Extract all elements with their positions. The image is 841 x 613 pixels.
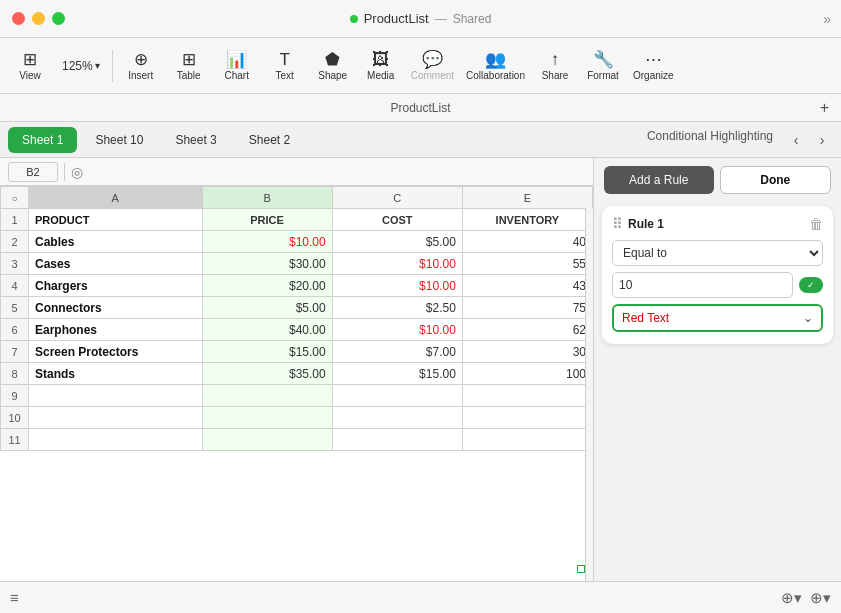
text-icon: T bbox=[280, 51, 290, 68]
toolbar-share[interactable]: ↑ Share bbox=[533, 42, 577, 90]
header-price[interactable]: PRICE bbox=[202, 209, 332, 231]
rule-condition-select[interactable]: Equal toNot equal toGreater thanLess tha… bbox=[612, 240, 823, 266]
toolbar-table[interactable]: ⊞ Table bbox=[167, 42, 211, 90]
drag-handle-icon[interactable]: ⠿ bbox=[612, 216, 622, 232]
sheet-area: B2 ◎ ○ A B C E bbox=[0, 158, 593, 581]
cell-c11[interactable] bbox=[332, 429, 462, 451]
cell-a4[interactable]: Chargers bbox=[29, 275, 203, 297]
rule-title: ⠿ Rule 1 🗑 bbox=[612, 216, 823, 232]
bottom-right-icon1[interactable]: ⊕▾ bbox=[781, 589, 802, 607]
cell-a8[interactable]: Stands bbox=[29, 363, 203, 385]
cell-e6[interactable]: 62 bbox=[462, 319, 592, 341]
cell-e8[interactable]: 100 bbox=[462, 363, 592, 385]
col-header-e[interactable]: E bbox=[462, 187, 592, 209]
toolbar-format[interactable]: 🔧 Format bbox=[581, 42, 625, 90]
cell-b7[interactable]: $15.00 bbox=[202, 341, 332, 363]
formula-bar-icon: ◎ bbox=[71, 164, 83, 180]
cell-e2[interactable]: 40 bbox=[462, 231, 592, 253]
bottom-right-icon2[interactable]: ⊕▾ bbox=[810, 589, 831, 607]
insert-icon: ⊕ bbox=[134, 51, 148, 68]
rule-delete-button[interactable]: 🗑 bbox=[809, 216, 823, 232]
toolbar-comment[interactable]: 💬 Comment bbox=[407, 42, 458, 90]
cell-c5[interactable]: $2.50 bbox=[332, 297, 462, 319]
row-num-6: 6 bbox=[1, 319, 29, 341]
cell-c4[interactable]: $10.00 bbox=[332, 275, 462, 297]
cell-a3[interactable]: Cases bbox=[29, 253, 203, 275]
cell-b3[interactable]: $30.00 bbox=[202, 253, 332, 275]
cell-a6[interactable]: Earphones bbox=[29, 319, 203, 341]
cell-c2[interactable]: $5.00 bbox=[332, 231, 462, 253]
cell-c7[interactable]: $7.00 bbox=[332, 341, 462, 363]
maximize-button[interactable] bbox=[52, 12, 65, 25]
done-button[interactable]: Done bbox=[720, 166, 832, 194]
cell-a9[interactable] bbox=[29, 385, 203, 407]
cell-a2[interactable]: Cables bbox=[29, 231, 203, 253]
toolbar-shape[interactable]: ⬟ Shape bbox=[311, 42, 355, 90]
minimize-button[interactable] bbox=[32, 12, 45, 25]
cell-a7[interactable]: Screen Protectors bbox=[29, 341, 203, 363]
resize-handle[interactable] bbox=[577, 565, 585, 573]
toolbar-organize[interactable]: ⋯ Organize bbox=[629, 42, 678, 90]
toolbar-zoom[interactable]: 125% ▾ bbox=[56, 57, 106, 75]
toolbar-collaboration[interactable]: 👥 Collaboration bbox=[462, 42, 529, 90]
cell-b10[interactable] bbox=[202, 407, 332, 429]
tab-sheet2[interactable]: Sheet 2 bbox=[235, 127, 304, 153]
col-header-a[interactable]: A bbox=[29, 187, 203, 209]
cell-b6[interactable]: $40.00 bbox=[202, 319, 332, 341]
sheet-table: ○ A B C E 1 PRODUCT PRICE COST bbox=[0, 186, 593, 451]
cell-e4[interactable]: 43 bbox=[462, 275, 592, 297]
cell-c10[interactable] bbox=[332, 407, 462, 429]
cell-b2[interactable]: $10.00 bbox=[202, 231, 332, 253]
cell-b9[interactable] bbox=[202, 385, 332, 407]
cell-b4[interactable]: $20.00 bbox=[202, 275, 332, 297]
col-header-b[interactable]: B bbox=[202, 187, 332, 209]
select-all-icon[interactable]: ○ bbox=[11, 193, 17, 204]
cell-e3[interactable]: 55 bbox=[462, 253, 592, 275]
tab-sheet1[interactable]: Sheet 1 bbox=[8, 127, 77, 153]
share-icon: ↑ bbox=[551, 51, 560, 68]
add-rule-button[interactable]: Add a Rule bbox=[604, 166, 714, 194]
cell-c3[interactable]: $10.00 bbox=[332, 253, 462, 275]
cell-e7[interactable]: 30 bbox=[462, 341, 592, 363]
cell-c9[interactable] bbox=[332, 385, 462, 407]
close-button[interactable] bbox=[12, 12, 25, 25]
tab-prev-button[interactable]: ‹ bbox=[785, 129, 807, 151]
add-sheet-button[interactable]: + bbox=[820, 99, 829, 117]
row-num-9: 9 bbox=[1, 385, 29, 407]
tab-next-button[interactable]: › bbox=[811, 129, 833, 151]
header-product[interactable]: PRODUCT bbox=[29, 209, 203, 231]
header-inventory[interactable]: INVENTORY bbox=[462, 209, 592, 231]
bottom-left-icon[interactable]: ≡ bbox=[10, 589, 19, 606]
cell-c8[interactable]: $15.00 bbox=[332, 363, 462, 385]
column-freeze-handle[interactable] bbox=[160, 158, 168, 357]
tab-navigation: Conditional Highlighting ‹ › bbox=[647, 129, 833, 151]
tab-sheet10[interactable]: Sheet 10 bbox=[81, 127, 157, 153]
conditional-highlight-panel: Add a Rule Done ⠿ Rule 1 🗑 Equal toNot e… bbox=[593, 158, 841, 581]
table-row: 2 Cables $10.00 $5.00 40 bbox=[1, 231, 593, 253]
toolbar-text[interactable]: T Text bbox=[263, 42, 307, 90]
toolbar-chart[interactable]: 📊 Chart bbox=[215, 42, 259, 90]
toolbar-expand[interactable]: » bbox=[823, 10, 831, 28]
cell-a10[interactable] bbox=[29, 407, 203, 429]
cell-e5[interactable]: 75 bbox=[462, 297, 592, 319]
rule-style-dropdown[interactable]: Red Text ⌄ bbox=[612, 304, 823, 332]
header-cost[interactable]: COST bbox=[332, 209, 462, 231]
cell-e9[interactable] bbox=[462, 385, 592, 407]
comment-icon: 💬 bbox=[422, 51, 443, 68]
cell-b11[interactable] bbox=[202, 429, 332, 451]
bottom-right: ⊕▾ ⊕▾ bbox=[781, 589, 831, 607]
col-header-c[interactable]: C bbox=[332, 187, 462, 209]
cell-e11[interactable] bbox=[462, 429, 592, 451]
toolbar-insert[interactable]: ⊕ Insert bbox=[119, 42, 163, 90]
cell-e10[interactable] bbox=[462, 407, 592, 429]
toolbar-view[interactable]: ⊞ View bbox=[8, 42, 52, 90]
cell-a11[interactable] bbox=[29, 429, 203, 451]
rule-value-input[interactable] bbox=[612, 272, 793, 298]
cell-b5[interactable]: $5.00 bbox=[202, 297, 332, 319]
toolbar-media[interactable]: 🖼 Media bbox=[359, 42, 403, 90]
cell-c6[interactable]: $10.00 bbox=[332, 319, 462, 341]
cell-b8[interactable]: $35.00 bbox=[202, 363, 332, 385]
cell-reference-box[interactable]: B2 bbox=[8, 162, 58, 182]
cell-a5[interactable]: Connectors bbox=[29, 297, 203, 319]
tab-sheet3[interactable]: Sheet 3 bbox=[161, 127, 230, 153]
